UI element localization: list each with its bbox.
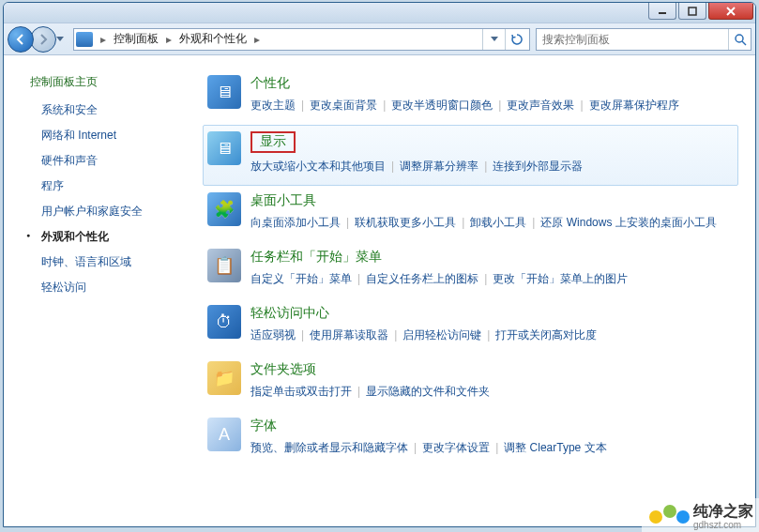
category-row: 🧩桌面小工具向桌面添加小工具|联机获取更多小工具|卸载小工具|还原 Window… xyxy=(203,186,738,242)
category-row: 🖥显示放大或缩小文本和其他项目|调整屏幕分辨率|连接到外部显示器 xyxy=(203,125,738,186)
navbar: ▸ 控制面板 ▸ 外观和个性化 ▸ xyxy=(4,23,755,55)
address-dropdown[interactable] xyxy=(482,29,505,50)
back-button[interactable] xyxy=(8,26,34,53)
category-icon: A xyxy=(207,418,241,451)
chevron-right-icon[interactable]: ▸ xyxy=(97,33,110,46)
category-row: A字体预览、删除或者显示和隐藏字体|更改字体设置|调整 ClearType 文本 xyxy=(203,411,738,467)
sidebar-item[interactable]: 程序 xyxy=(4,174,190,199)
category-icon: ⏱ xyxy=(207,305,241,339)
maximize-button[interactable] xyxy=(678,3,706,20)
search-box[interactable] xyxy=(536,28,751,51)
control-panel-home-link[interactable]: 控制面板主页 xyxy=(4,74,190,98)
category-sublink[interactable]: 适应弱视 xyxy=(250,328,296,342)
sidebar-item[interactable]: 用户帐户和家庭安全 xyxy=(4,199,190,224)
svg-line-5 xyxy=(742,41,746,45)
category-sublink[interactable]: 更改字体设置 xyxy=(422,441,490,454)
link-separator: | xyxy=(394,328,397,342)
category-sublink[interactable]: 调整屏幕分辨率 xyxy=(400,160,478,173)
category-sublink[interactable]: 还原 Windows 上安装的桌面小工具 xyxy=(540,216,716,229)
category-icon: 📁 xyxy=(207,361,241,395)
category-title-link[interactable]: 轻松访问中心 xyxy=(250,305,329,322)
search-input[interactable] xyxy=(537,33,728,46)
search-icon[interactable] xyxy=(728,29,751,50)
main-content: 🖥个性化更改主题|更改桌面背景|更改半透明窗口颜色|更改声音效果|更改屏幕保护程… xyxy=(190,55,755,526)
link-separator: | xyxy=(346,216,349,229)
watermark: 纯净之家 gdhszt.com xyxy=(642,498,759,532)
link-separator: | xyxy=(301,99,304,112)
chevron-right-icon[interactable]: ▸ xyxy=(250,33,264,46)
link-separator: | xyxy=(532,216,535,229)
link-separator: | xyxy=(414,441,417,454)
category-sublink[interactable]: 更改屏幕保护程序 xyxy=(589,99,679,112)
sidebar-item[interactable]: 轻松访问 xyxy=(4,275,190,300)
category-sublink[interactable]: 联机获取更多小工具 xyxy=(355,216,456,229)
address-bar[interactable]: ▸ 控制面板 ▸ 外观和个性化 ▸ xyxy=(73,28,530,51)
category-title-link[interactable]: 桌面小工具 xyxy=(250,192,316,209)
link-separator: | xyxy=(487,328,490,342)
category-sublink[interactable]: 向桌面添加小工具 xyxy=(250,216,341,229)
sidebar: 控制面板主页 系统和安全网络和 Internet硬件和声音程序用户帐户和家庭安全… xyxy=(4,55,190,526)
category-icon: 🖥 xyxy=(207,131,241,165)
category-sublink[interactable]: 自定义任务栏上的图标 xyxy=(366,272,478,285)
category-icon: 🧩 xyxy=(207,192,241,226)
refresh-button[interactable] xyxy=(505,29,527,50)
watermark-brand: 纯净之家 xyxy=(693,503,753,519)
titlebar xyxy=(4,3,755,23)
category-row: 🖥个性化更改主题|更改桌面背景|更改半透明窗口颜色|更改声音效果|更改屏幕保护程… xyxy=(203,68,738,125)
category-sublink[interactable]: 更改半透明窗口颜色 xyxy=(391,99,493,112)
category-sublink[interactable]: 放大或缩小文本和其他项目 xyxy=(250,160,386,173)
category-sublink[interactable]: 更改声音效果 xyxy=(507,99,574,112)
sidebar-item[interactable]: 外观和个性化 xyxy=(4,224,190,250)
category-sublink[interactable]: 打开或关闭高对比度 xyxy=(495,328,597,342)
link-separator: | xyxy=(484,272,487,285)
link-separator: | xyxy=(484,160,487,173)
sidebar-item[interactable]: 网络和 Internet xyxy=(4,123,190,148)
chevron-right-icon[interactable]: ▸ xyxy=(162,33,175,46)
sidebar-item[interactable]: 系统和安全 xyxy=(4,98,190,123)
link-separator: | xyxy=(391,160,394,173)
link-separator: | xyxy=(580,99,583,112)
watermark-url: gdhszt.com xyxy=(693,520,753,530)
category-title-link[interactable]: 任务栏和「开始」菜单 xyxy=(250,249,382,266)
minimize-button[interactable] xyxy=(648,3,676,20)
control-panel-icon xyxy=(76,32,93,47)
category-sublink[interactable]: 卸载小工具 xyxy=(470,216,526,229)
category-sublink[interactable]: 指定单击或双击打开 xyxy=(250,385,352,398)
breadcrumb-item[interactable]: 外观和个性化 xyxy=(175,29,250,49)
category-sublink[interactable]: 预览、删除或者显示和隐藏字体 xyxy=(250,441,408,454)
close-button[interactable] xyxy=(708,3,753,20)
sidebar-item[interactable]: 时钟、语言和区域 xyxy=(4,250,190,275)
category-row: 📁文件夹选项指定单击或双击打开|显示隐藏的文件和文件夹 xyxy=(203,355,738,411)
link-separator: | xyxy=(462,216,464,229)
category-sublink[interactable]: 更改主题 xyxy=(250,99,296,112)
category-title-link[interactable]: 显示 xyxy=(250,131,296,153)
svg-rect-1 xyxy=(689,8,696,15)
link-separator: | xyxy=(495,441,498,454)
category-sublink[interactable]: 自定义「开始」菜单 xyxy=(250,272,352,285)
category-row: ⏱轻松访问中心适应弱视|使用屏幕读取器|启用轻松访问键|打开或关闭高对比度 xyxy=(203,298,738,355)
category-sublink[interactable]: 使用屏幕读取器 xyxy=(310,328,388,342)
link-separator: | xyxy=(301,328,304,342)
category-sublink[interactable]: 更改「开始」菜单上的图片 xyxy=(493,272,628,285)
category-icon: 📋 xyxy=(207,249,241,282)
category-sublink[interactable]: 更改桌面背景 xyxy=(310,99,377,112)
category-row: 📋任务栏和「开始」菜单自定义「开始」菜单|自定义任务栏上的图标|更改「开始」菜单… xyxy=(203,242,738,298)
svg-point-4 xyxy=(736,35,743,42)
forward-button[interactable] xyxy=(30,26,56,53)
link-separator: | xyxy=(357,385,360,398)
category-title-link[interactable]: 文件夹选项 xyxy=(250,361,316,378)
sidebar-item[interactable]: 硬件和声音 xyxy=(4,148,190,174)
category-title-link[interactable]: 字体 xyxy=(250,418,277,434)
link-separator: | xyxy=(498,99,501,112)
category-sublink[interactable]: 连接到外部显示器 xyxy=(493,160,583,173)
breadcrumb-item[interactable]: 控制面板 xyxy=(110,29,162,49)
category-title-link[interactable]: 个性化 xyxy=(250,75,290,92)
category-sublink[interactable]: 调整 ClearType 文本 xyxy=(504,441,606,454)
category-sublink[interactable]: 显示隐藏的文件和文件夹 xyxy=(366,385,490,398)
link-separator: | xyxy=(383,99,386,112)
link-separator: | xyxy=(357,272,360,285)
category-sublink[interactable]: 启用轻松访问键 xyxy=(402,328,481,342)
category-icon: 🖥 xyxy=(207,75,241,109)
